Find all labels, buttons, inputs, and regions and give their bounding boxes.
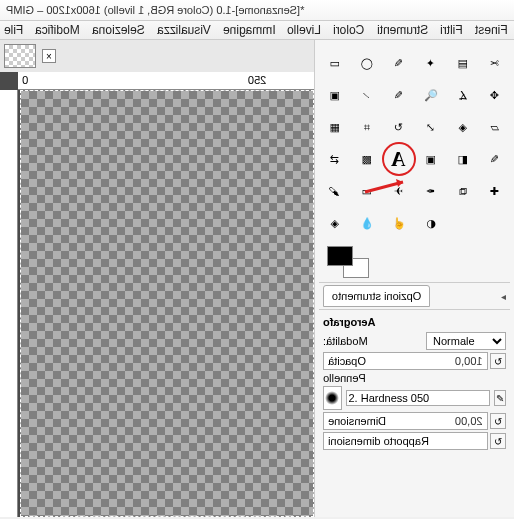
tool-perspective[interactable]: ▱	[480, 112, 510, 142]
menu-view[interactable]: Visualizza	[157, 23, 211, 37]
tool-airbrush[interactable]: ✈	[384, 176, 414, 206]
tool-flip[interactable]: ⇄	[320, 144, 350, 174]
tool-scissors[interactable]: ✂	[480, 48, 510, 78]
tool-smudge[interactable]: ☝	[384, 208, 414, 238]
tool-clone[interactable]: ⧉	[448, 176, 478, 206]
tool-blend[interactable]: ◧	[448, 144, 478, 174]
tool-foreground-select[interactable]: ▣	[320, 80, 350, 110]
brush-label: Pennello	[323, 372, 506, 384]
tool-rect-select[interactable]: ▭	[320, 48, 350, 78]
tool-options-tab[interactable]: Opzioni strumento	[323, 285, 430, 307]
menu-layer[interactable]: Livello	[287, 23, 321, 37]
tool-rotate[interactable]: ↻	[384, 112, 414, 142]
menu-image[interactable]: Immagine	[223, 23, 276, 37]
tool-perspective-clone[interactable]: ◈	[320, 208, 350, 238]
size-reset-button[interactable]: ↺	[490, 413, 506, 429]
tool-color-picker[interactable]: ✎	[384, 80, 414, 110]
tool-options-title: Aerografo	[323, 314, 506, 330]
tool-ellipse-select[interactable]: ◯	[352, 48, 382, 78]
tool-fuzzy-select[interactable]: ✦	[416, 48, 446, 78]
opacity-slider[interactable]: Opacità 100,0	[323, 352, 488, 370]
menu-file[interactable]: File	[4, 23, 23, 37]
tool-cage[interactable]: ▩	[352, 144, 382, 174]
menu-tools[interactable]: Strumenti	[377, 23, 428, 37]
mode-select[interactable]: Normale	[426, 332, 506, 350]
menu-select[interactable]: Seleziona	[92, 23, 145, 37]
tool-scale[interactable]: ⤢	[416, 112, 446, 142]
opacity-reset-button[interactable]: ↺	[490, 353, 506, 369]
vertical-ruler	[0, 90, 18, 517]
ratio-slider[interactable]: Rapporto dimensioni	[323, 432, 488, 450]
tool-eraser[interactable]: ▭	[352, 176, 382, 206]
brush-name-input[interactable]	[346, 390, 490, 406]
menubar: File Modifica Seleziona Visualizza Immag…	[0, 21, 514, 40]
tool-move[interactable]: ✥	[480, 80, 510, 110]
menu-colors[interactable]: Colori	[333, 23, 364, 37]
tool-measure[interactable]: ∡	[448, 80, 478, 110]
size-slider[interactable]: Dimensione 20,00	[323, 412, 488, 430]
window-title: *[Senzanome]-1.0 (Colore RGB, 1 livello)…	[0, 0, 514, 21]
tool-align[interactable]: ▦	[320, 112, 350, 142]
foreground-color[interactable]	[327, 246, 353, 266]
tool-options-panel: Aerografo Modalità: Normale Opacità 100,…	[319, 309, 510, 456]
tool-crop[interactable]: ⌗	[352, 112, 382, 142]
color-swatch[interactable]	[327, 246, 369, 278]
mode-label: Modalità:	[323, 335, 422, 347]
canvas[interactable]	[20, 90, 314, 517]
tool-pencil[interactable]: ✎	[480, 144, 510, 174]
tool-paths[interactable]: ⟋	[352, 80, 382, 110]
ratio-reset-button[interactable]: ↺	[490, 433, 506, 449]
horizontal-ruler: 0 250	[18, 72, 314, 90]
tool-free-select[interactable]: ✎	[384, 48, 414, 78]
tool-bucket-fill[interactable]: ▣	[416, 144, 446, 174]
brush-preview[interactable]	[323, 386, 342, 410]
menu-edit[interactable]: Modifica	[35, 23, 80, 37]
tool-shear[interactable]: ◈	[448, 112, 478, 142]
menu-filters[interactable]: Filtri	[440, 23, 463, 37]
toolbox: ▭◯✎✦▤✂▣⟋✎🔍∡✥▦⌗↻⤢◈▱⇄▩A▣◧✎🖌▭✈✒⧉✚◈💧☝◐ Opzio…	[314, 40, 514, 517]
tool-by-color-select[interactable]: ▤	[448, 48, 478, 78]
document-thumbnail[interactable]	[4, 44, 36, 68]
canvas-area: × 0 250	[0, 40, 314, 517]
tool-ink[interactable]: ✒	[416, 176, 446, 206]
tool-dodge[interactable]: ◐	[416, 208, 446, 238]
tab-menu-icon[interactable]: ◂	[501, 291, 506, 302]
tool-paintbrush[interactable]: 🖌	[320, 176, 350, 206]
close-document-button[interactable]: ×	[42, 49, 56, 63]
tool-heal[interactable]: ✚	[480, 176, 510, 206]
tool-text[interactable]: A	[384, 144, 414, 174]
tool-zoom[interactable]: 🔍	[416, 80, 446, 110]
brush-edit-button[interactable]: ✎	[494, 390, 507, 406]
menu-windows[interactable]: Finest	[475, 23, 508, 37]
tool-blur[interactable]: 💧	[352, 208, 382, 238]
